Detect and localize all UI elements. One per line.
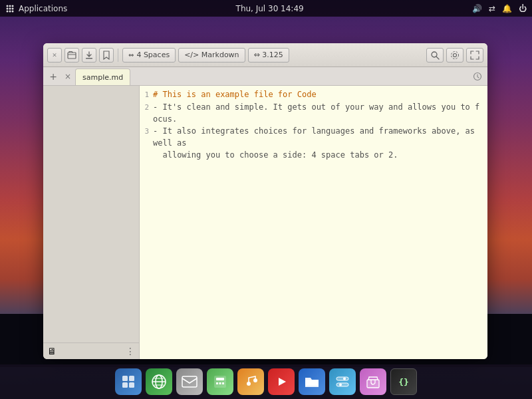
line-number-1: 1 [140,88,153,101]
editor-body: 🖥 ⋮ 1 # This is an example file for Code… [43,86,487,359]
window-close-button[interactable]: ✕ [47,48,62,63]
svg-point-6 [7,10,9,12]
tab-history-button[interactable] [470,67,485,85]
window-toolbar: ✕ ⇔ [43,43,487,67]
top-panel-right: 🔊 ⇄ 🔔 ⏻ [472,4,527,13]
search-button[interactable] [426,48,444,63]
expand-button[interactable] [466,48,483,63]
svg-rect-32 [336,377,348,380]
active-tab[interactable]: sample.md [75,68,130,85]
line-2: 2 - It's clean and simple. It gets out o… [140,101,487,125]
dock-item-code[interactable]: {} [390,368,417,395]
file-open-button[interactable] [65,48,79,63]
top-panel-left: Applications [5,4,67,13]
svg-rect-18 [122,382,128,388]
dock-item-browser[interactable] [146,368,172,395]
editor-content[interactable]: 1 # This is an example file for Code 2 -… [140,86,487,359]
svg-rect-36 [367,380,379,388]
top-panel: Applications Thu, Jul 30 14:49 🔊 ⇄ 🔔 ⏻ [0,0,532,17]
zoom-selector[interactable]: ⇔ 3.125 [248,48,289,63]
sidebar-monitor-icon[interactable]: 🖥 [47,346,57,356]
dock-item-store[interactable] [360,368,386,395]
line-number-2: 2 [140,101,153,114]
line-1: 1 # This is an example file for Code [140,88,487,101]
svg-point-13 [454,53,457,57]
sound-icon[interactable]: 🔊 [472,4,482,13]
svg-rect-30 [222,382,224,384]
code-icon-label: {} [398,377,409,387]
dock-item-music[interactable] [237,368,264,395]
svg-marker-31 [279,378,286,386]
svg-point-0 [7,5,9,7]
svg-point-5 [12,7,14,9]
dock-item-email[interactable] [176,368,203,395]
dock: {} [0,364,532,399]
svg-rect-27 [216,378,224,380]
file-sidebar-footer: 🖥 ⋮ [43,342,139,359]
apps-icon[interactable] [5,4,15,13]
language-selector[interactable]: </> Markdown [178,48,245,63]
power-icon[interactable]: ⏻ [519,4,527,13]
network-icon[interactable]: ⇄ [489,4,495,13]
file-sidebar: 🖥 ⋮ [43,86,140,359]
new-tab-button[interactable]: + [46,67,61,85]
svg-rect-29 [219,382,221,384]
svg-point-4 [9,7,11,9]
svg-rect-9 [68,53,76,59]
sidebar-menu-icon[interactable]: ⋮ [126,346,135,356]
apps-label[interactable]: Applications [19,4,67,13]
svg-rect-25 [182,376,197,387]
toolbar-separator-1 [118,49,118,62]
dock-item-calc[interactable] [207,368,233,395]
svg-rect-28 [216,382,218,384]
dock-item-workspaces[interactable] [115,368,142,395]
bookmark-button[interactable] [99,48,114,63]
svg-rect-17 [129,376,134,381]
svg-rect-19 [129,382,134,388]
tab-label: sample.md [82,73,123,82]
svg-point-8 [12,10,14,12]
line-number-3: 3 [140,125,153,138]
svg-point-14 [452,51,459,59]
tab-close-button[interactable]: × [61,67,75,85]
editor-window: ✕ ⇔ [43,43,487,359]
svg-point-2 [12,5,14,7]
svg-rect-26 [214,376,226,388]
spaces-selector[interactable]: ⇔ 4 Spaces [122,48,176,63]
svg-point-33 [343,378,346,380]
line-3: 3 - It also integrates choices for langu… [140,125,487,161]
tab-bar: + × sample.md [43,67,487,86]
desktop: Applications Thu, Jul 30 14:49 🔊 ⇄ 🔔 ⏻ ✕ [0,0,532,399]
datetime-display: Thu, Jul 30 14:49 [236,4,304,13]
svg-point-7 [9,10,11,12]
settings-button[interactable] [446,48,464,63]
svg-point-1 [9,5,11,7]
file-save-button[interactable] [82,48,96,63]
svg-point-3 [7,7,9,9]
svg-rect-16 [122,376,128,381]
svg-point-35 [339,384,342,386]
svg-rect-34 [336,383,348,386]
dock-item-video[interactable] [268,368,295,395]
line-1-content: # This is an example file for Code [153,88,487,100]
svg-line-12 [436,57,439,59]
notification-icon[interactable]: 🔔 [502,4,512,13]
dock-item-files[interactable] [299,368,325,395]
dock-item-settings[interactable] [329,368,356,395]
line-2-content: - It's clean and simple. It gets out of … [153,101,487,125]
svg-rect-10 [86,58,92,59]
file-sidebar-content [43,86,139,342]
line-3-content: - It also integrates choices for languag… [153,125,487,161]
